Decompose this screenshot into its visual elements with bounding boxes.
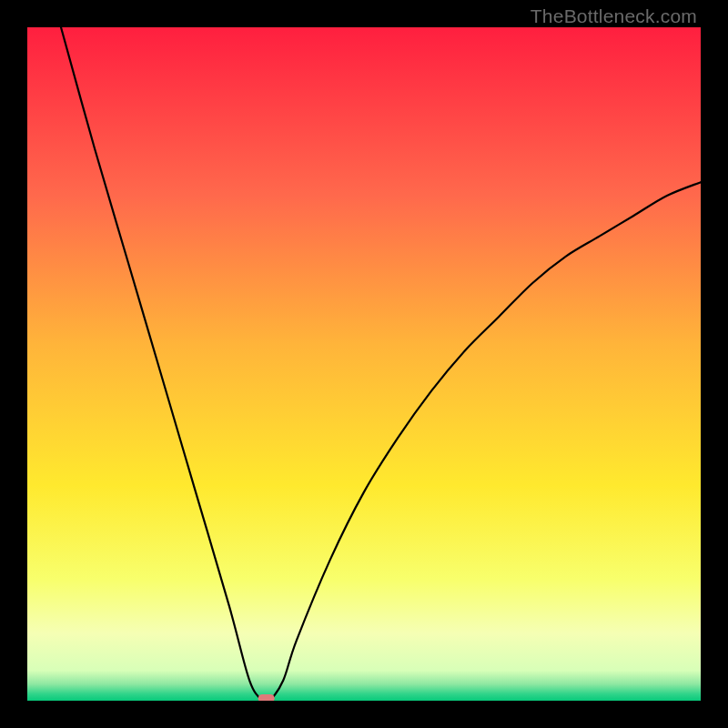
minimum-marker <box>258 694 275 701</box>
watermark-label: TheBottleneck.com <box>531 5 697 27</box>
chart-container: TheBottleneck.com <box>0 0 728 728</box>
plot-area <box>27 27 701 701</box>
bottleneck-curve <box>27 27 701 701</box>
